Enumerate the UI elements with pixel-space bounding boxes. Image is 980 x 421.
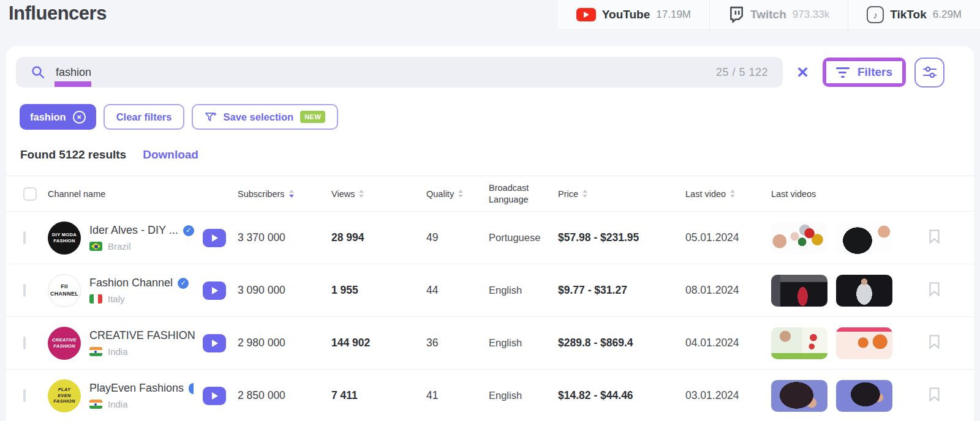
row-checkbox[interactable] — [23, 231, 26, 244]
save-selection-label: Save selection — [223, 111, 293, 123]
price-value: $57.98 - $231.95 — [558, 231, 685, 244]
quality-value: 41 — [426, 389, 489, 402]
tab-twitch-count: 973.33k — [793, 9, 830, 21]
download-link[interactable]: Download — [143, 148, 198, 162]
quality-value: 49 — [426, 231, 489, 244]
country-flag-icon — [89, 400, 102, 409]
channel-name[interactable]: PlayEven Fashions — [89, 382, 184, 395]
column-header-broadcast-language: Broadcast Language — [489, 182, 558, 204]
table-row: DIY MODA FASHION Ider Alves - DIY ...✓ B… — [6, 212, 974, 264]
column-header-views[interactable]: Views — [331, 189, 426, 199]
video-thumbnail[interactable] — [836, 327, 892, 359]
table-header: Channel name Subscribers Views Quality B… — [6, 176, 974, 212]
column-header-quality[interactable]: Quality — [426, 189, 489, 199]
tab-tiktok[interactable]: ♪ TikTok 6.29M — [848, 0, 980, 29]
filters-button[interactable]: Filters — [826, 61, 902, 83]
filters-button-label: Filters — [858, 65, 892, 79]
bookmark-icon[interactable] — [929, 334, 940, 351]
last-video-date: 08.01.2024 — [685, 284, 771, 297]
country-flag-icon — [89, 294, 102, 304]
channel-name[interactable]: CREATIVE FASHION — [89, 329, 195, 342]
search-icon — [31, 65, 45, 80]
video-thumbnail[interactable] — [836, 380, 892, 412]
country-flag-icon — [89, 242, 102, 251]
column-header-price[interactable]: Price — [558, 189, 685, 199]
column-header-subscribers[interactable]: Subscribers — [238, 189, 331, 199]
platform-tabs: YouTube 17.19M Twitch 973.33k ♪ TikTok 6… — [558, 0, 980, 30]
row-checkbox[interactable] — [23, 389, 26, 402]
filter-chip-fashion[interactable]: fashion ✕ — [20, 104, 96, 130]
tab-youtube-count: 17.19M — [656, 9, 691, 21]
results-summary: Found 5122 results Download — [6, 130, 974, 176]
table-row: Play Even Fashion PlayEven Fashions Indi… — [6, 370, 974, 421]
table-row: CREATIVE FASHION CREATIVE FASHION India … — [6, 317, 974, 370]
views-value: 28 994 — [331, 231, 426, 244]
column-settings-button[interactable] — [914, 58, 944, 88]
row-checkbox[interactable] — [23, 337, 26, 349]
broadcast-language-value: English — [489, 337, 558, 349]
table-row: FII CHANNEL Fashion Channel✓ Italy 3 090… — [6, 264, 974, 317]
channel-name[interactable]: Ider Alves - DIY ... — [89, 224, 178, 237]
views-value: 7 411 — [331, 389, 426, 402]
views-value: 1 955 — [331, 284, 426, 297]
sort-icon — [289, 190, 294, 198]
funnel-plus-icon — [205, 111, 216, 123]
clear-filters-button[interactable]: Clear filters — [104, 104, 185, 130]
twitch-icon — [728, 6, 744, 23]
broadcast-language-value: English — [489, 285, 558, 296]
tab-youtube[interactable]: YouTube 17.19M — [558, 0, 709, 29]
last-video-date: 03.01.2024 — [685, 389, 771, 402]
channel-avatar[interactable]: CREATIVE FASHION — [48, 327, 81, 360]
search-row: fashion 25 / 5 122 ✕ Filters — [6, 46, 974, 88]
channel-avatar[interactable]: FII CHANNEL — [48, 274, 81, 307]
row-checkbox[interactable] — [23, 284, 26, 297]
search-query-text: fashion — [56, 66, 91, 78]
channel-avatar[interactable]: Play Even Fashion — [48, 379, 81, 412]
video-thumbnail[interactable] — [771, 275, 827, 307]
sliders-icon — [922, 64, 938, 80]
verified-badge-icon: ✓ — [178, 278, 189, 289]
open-channel-play-button[interactable] — [203, 334, 226, 352]
save-selection-button[interactable]: Save selection NEW — [192, 104, 338, 130]
sort-icon — [359, 190, 364, 198]
views-value: 144 902 — [331, 337, 426, 349]
clear-search-button[interactable]: ✕ — [791, 65, 814, 80]
bookmark-icon[interactable] — [929, 387, 940, 404]
video-thumbnail[interactable] — [771, 380, 827, 412]
bookmark-icon[interactable] — [929, 229, 940, 246]
broadcast-language-value: English — [489, 390, 558, 401]
subscribers-value: 2 980 000 — [238, 337, 331, 349]
clear-filters-label: Clear filters — [116, 111, 172, 123]
sort-icon — [458, 190, 463, 198]
bookmark-icon[interactable] — [929, 281, 940, 299]
open-channel-play-button[interactable] — [203, 229, 226, 247]
channel-avatar[interactable]: DIY MODA FASHION — [48, 222, 81, 255]
video-thumbnail[interactable] — [771, 327, 827, 359]
tab-twitch[interactable]: Twitch 973.33k — [709, 0, 848, 29]
annotation-highlight-box: Filters — [823, 58, 906, 87]
annotation-underline — [55, 81, 91, 87]
video-thumbnail[interactable] — [836, 275, 892, 307]
video-thumbnail[interactable] — [836, 222, 892, 254]
subscribers-value: 3 090 000 — [238, 284, 331, 297]
sort-icon — [582, 190, 587, 198]
tab-twitch-label: Twitch — [750, 8, 786, 21]
country-name: Brazil — [108, 241, 131, 251]
subscribers-value: 3 370 000 — [238, 231, 331, 244]
search-input[interactable]: fashion 25 / 5 122 — [16, 57, 783, 88]
verified-badge-icon — [189, 383, 194, 394]
results-card: fashion 25 / 5 122 ✕ Filters fashion ✕ — [6, 46, 974, 421]
open-channel-play-button[interactable] — [203, 387, 226, 405]
found-results-text: Found 5122 results — [20, 148, 126, 162]
channel-name[interactable]: Fashion Channel — [89, 277, 173, 289]
select-all-checkbox[interactable] — [23, 187, 37, 201]
open-channel-play-button[interactable] — [203, 281, 226, 300]
column-header-channel-name: Channel name — [48, 189, 238, 199]
remove-chip-icon[interactable]: ✕ — [73, 111, 86, 124]
video-thumbnail[interactable] — [771, 222, 827, 254]
country-flag-icon — [89, 347, 102, 356]
tab-tiktok-label: TikTok — [890, 8, 926, 21]
tiktok-icon: ♪ — [867, 6, 884, 23]
price-value: $14.82 - $44.46 — [558, 389, 685, 402]
column-header-last-video[interactable]: Last video — [685, 189, 771, 199]
